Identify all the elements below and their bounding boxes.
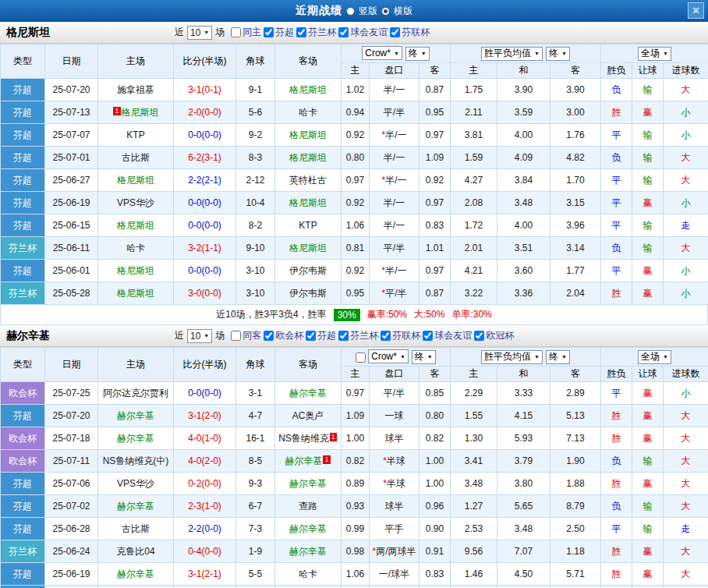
team-name: 克鲁比04 [116, 546, 154, 557]
vertical-layout-label[interactable]: 竖版 [359, 5, 377, 18]
filter-label[interactable]: 芬兰杯 [350, 329, 378, 342]
filter-checkbox[interactable] [338, 27, 349, 37]
close-icon[interactable]: ✕ [688, 2, 704, 19]
filter-芬兰杯[interactable]: 芬兰杯 [338, 329, 378, 342]
odds-stage-select[interactable]: 终▼ [405, 47, 430, 61]
odds-home-cell: 1.00 [342, 427, 370, 450]
score-cell: 3-1(2-0) [174, 405, 236, 427]
odds-home-cell: 0.94 [342, 101, 370, 124]
handicap-result-cell: 赢 [632, 473, 664, 495]
handicap-result-cell: 赢 [632, 192, 664, 214]
odds-handicap-cell: 一/球半 [370, 563, 419, 586]
odds-away-cell: 0.97 [419, 260, 451, 282]
filter-checkbox[interactable] [390, 27, 400, 37]
result-cell: 平 [601, 260, 632, 282]
home-team-cell: 施拿祖基 [98, 79, 174, 101]
filter-芬超[interactable]: 芬超 [264, 26, 294, 39]
home-team-cell: 赫尔辛基 [98, 427, 174, 450]
odds-home-cell: 1.09 [342, 405, 370, 427]
home-team-cell: 阿尔达克尔贾利 [98, 382, 174, 405]
team-title: 格尼斯坦 [6, 26, 50, 40]
odds-handicap-cell: 平/半 [370, 101, 419, 124]
odds-home-cell: 0.80 [342, 147, 370, 169]
odds-company-select[interactable]: Crow*▼ [362, 46, 402, 60]
subheader-goals: 进球数 [664, 367, 708, 382]
handicap-result-cell: 赢 [632, 540, 664, 563]
avg-home-cell: 1.55 [451, 405, 497, 427]
filter-label[interactable]: 欧冠杯 [486, 329, 514, 342]
filter-checkbox[interactable] [296, 27, 306, 37]
filter-checkbox[interactable] [264, 27, 274, 37]
odds-company-select[interactable]: Crow*▼ [368, 349, 409, 363]
avg-selects-cell: 胜平负均值▼终▼ [451, 348, 601, 367]
horizontal-layout-radio[interactable] [382, 8, 389, 15]
filter-欧冠杯[interactable]: 欧冠杯 [474, 329, 514, 342]
filter-checkbox[interactable] [231, 27, 241, 37]
match-row: 欧会杯25-07-25阿尔达克尔贾利0-0(0-0)3-1赫尔辛基0.97平/半… [1, 382, 708, 405]
filter-label[interactable]: 芬联杯 [402, 26, 430, 39]
filter-label[interactable]: 球会友谊 [434, 329, 472, 342]
avg-away-cell: 1.77 [550, 260, 601, 282]
section-home-team: 格尼斯坦 近 10▼ 场 同主芬超芬兰杯球会友谊芬联杯 类型 日期 主场 比分(… [0, 22, 708, 325]
goals-result-cell: 大 [664, 79, 708, 101]
filter-球会友谊[interactable]: 球会友谊 [423, 329, 472, 342]
scope-select[interactable]: 全场▼ [638, 350, 671, 364]
filter-芬联杯[interactable]: 芬联杯 [381, 329, 420, 342]
filter-checkbox[interactable] [231, 331, 241, 341]
filter-label[interactable]: 同主 [242, 26, 261, 39]
filter-checkbox[interactable] [474, 331, 484, 341]
recent-count-select[interactable]: 10▼ [187, 329, 212, 343]
filter-label[interactable]: 芬超 [317, 329, 336, 342]
horizontal-layout-label[interactable]: 横版 [394, 5, 412, 18]
filter-checkbox[interactable] [306, 331, 316, 341]
score-cell: 0-4(0-0) [174, 540, 236, 563]
league-filters: 同主芬超芬兰杯球会友谊芬联杯 [231, 26, 432, 39]
filter-checkbox[interactable] [264, 331, 274, 341]
scope-select[interactable]: 全场▼ [638, 47, 671, 61]
filter-label[interactable]: 欧会杯 [275, 329, 303, 342]
page-title: 近期战绩 [296, 4, 342, 18]
chevron-down-icon: ▼ [204, 30, 209, 35]
section-header: 赫尔辛基 近 10▼ 场 同客欧会杯芬超芬兰杯芬联杯球会友谊欧冠杯 [0, 325, 708, 347]
filter-label[interactable]: 同客 [242, 329, 261, 342]
filter-芬超[interactable]: 芬超 [306, 329, 336, 342]
filter-checkbox[interactable] [338, 331, 349, 341]
filter-芬兰杯[interactable]: 芬兰杯 [296, 26, 336, 39]
filter-label[interactable]: 芬联杯 [392, 329, 420, 342]
filter-同客[interactable]: 同客 [231, 329, 261, 342]
filter-同主[interactable]: 同主 [231, 26, 261, 39]
filter-checkbox[interactable] [381, 331, 391, 341]
filter-label[interactable]: 球会友谊 [350, 26, 388, 39]
odds-handicap-cell: 球半 [370, 495, 419, 518]
odds-stage-select[interactable]: 终▼ [412, 350, 436, 364]
corners-cell: 4-7 [236, 405, 275, 427]
odds-company-value: Crow* [371, 351, 397, 362]
goals-result-cell: 走 [664, 518, 708, 540]
avg-type-select[interactable]: 胜平负均值▼ [481, 350, 543, 364]
avg-home-cell: 1.30 [451, 427, 497, 450]
match-row: 芬超25-07-20赫尔辛基3-1(2-0)4-7AC奥卢1.09一球0.801… [1, 405, 708, 427]
league-cell: 芬兰杯 [1, 540, 45, 563]
subheader-odds-away: 客 [419, 63, 451, 79]
odds-company-checkbox[interactable] [356, 352, 366, 363]
avg-type-select[interactable]: 胜平负均值▼ [481, 47, 543, 61]
league-cell: 芬超 [1, 192, 45, 214]
match-row: 芬超25-07-06VPS华沙0-2(0-0)9-3赫尔辛基0.89*半球1.0… [1, 473, 708, 495]
avg-stage-select[interactable]: 终▼ [546, 350, 570, 364]
filter-芬联杯[interactable]: 芬联杯 [390, 26, 430, 39]
date-cell: 25-07-02 [45, 495, 98, 518]
goals-result-cell: 小 [664, 282, 708, 305]
chevron-down-icon: ▼ [534, 354, 540, 360]
date-cell: 25-07-25 [45, 382, 98, 405]
filter-checkbox[interactable] [423, 331, 433, 341]
filter-球会友谊[interactable]: 球会友谊 [338, 26, 388, 39]
away-team-cell: 哈卡 [275, 101, 342, 124]
filter-label[interactable]: 芬超 [275, 26, 294, 39]
filter-label[interactable]: 芬兰杯 [308, 26, 336, 39]
handicap-result-cell: 赢 [632, 282, 664, 305]
vertical-layout-radio[interactable] [347, 8, 354, 15]
recent-count-select[interactable]: 10▼ [187, 26, 212, 40]
date-cell: 25-07-13 [45, 101, 98, 124]
avg-stage-select[interactable]: 终▼ [546, 47, 570, 61]
filter-欧会杯[interactable]: 欧会杯 [264, 329, 303, 342]
